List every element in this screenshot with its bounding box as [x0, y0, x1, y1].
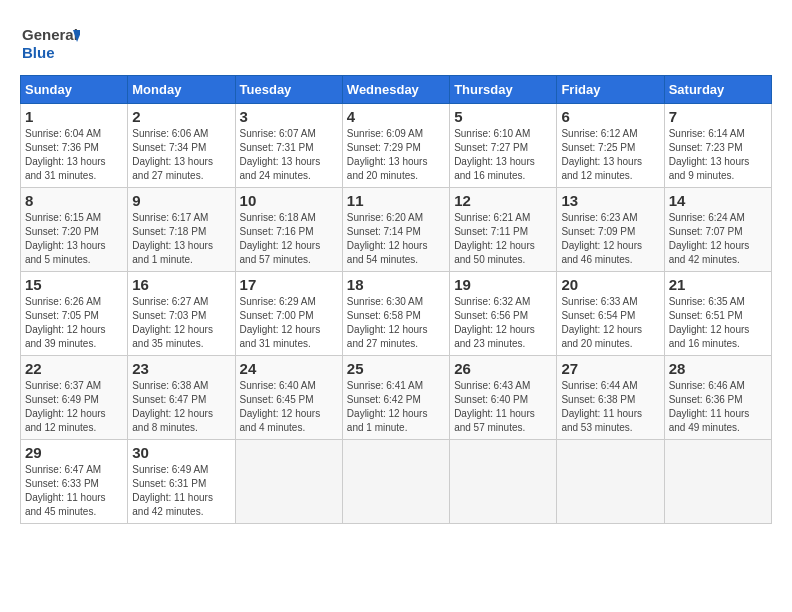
day-number: 27: [561, 360, 659, 377]
day-number: 26: [454, 360, 552, 377]
day-info: Sunrise: 6:21 AM Sunset: 7:11 PM Dayligh…: [454, 211, 552, 267]
calendar-cell: 12 Sunrise: 6:21 AM Sunset: 7:11 PM Dayl…: [450, 188, 557, 272]
day-number: 3: [240, 108, 338, 125]
day-number: 14: [669, 192, 767, 209]
calendar-cell: [450, 440, 557, 524]
calendar-week-5: 29 Sunrise: 6:47 AM Sunset: 6:33 PM Dayl…: [21, 440, 772, 524]
calendar-cell: 23 Sunrise: 6:38 AM Sunset: 6:47 PM Dayl…: [128, 356, 235, 440]
day-info: Sunrise: 6:15 AM Sunset: 7:20 PM Dayligh…: [25, 211, 123, 267]
calendar-cell: 16 Sunrise: 6:27 AM Sunset: 7:03 PM Dayl…: [128, 272, 235, 356]
day-number: 25: [347, 360, 445, 377]
calendar-cell: 6 Sunrise: 6:12 AM Sunset: 7:25 PM Dayli…: [557, 104, 664, 188]
day-info: Sunrise: 6:06 AM Sunset: 7:34 PM Dayligh…: [132, 127, 230, 183]
day-number: 24: [240, 360, 338, 377]
day-info: Sunrise: 6:17 AM Sunset: 7:18 PM Dayligh…: [132, 211, 230, 267]
day-info: Sunrise: 6:04 AM Sunset: 7:36 PM Dayligh…: [25, 127, 123, 183]
day-info: Sunrise: 6:40 AM Sunset: 6:45 PM Dayligh…: [240, 379, 338, 435]
calendar-cell: 30 Sunrise: 6:49 AM Sunset: 6:31 PM Dayl…: [128, 440, 235, 524]
day-info: Sunrise: 6:10 AM Sunset: 7:27 PM Dayligh…: [454, 127, 552, 183]
calendar-cell: 17 Sunrise: 6:29 AM Sunset: 7:00 PM Dayl…: [235, 272, 342, 356]
day-number: 28: [669, 360, 767, 377]
calendar-cell: [235, 440, 342, 524]
calendar-cell: 18 Sunrise: 6:30 AM Sunset: 6:58 PM Dayl…: [342, 272, 449, 356]
calendar-cell: 19 Sunrise: 6:32 AM Sunset: 6:56 PM Dayl…: [450, 272, 557, 356]
day-number: 1: [25, 108, 123, 125]
calendar-cell: [342, 440, 449, 524]
calendar-cell: 15 Sunrise: 6:26 AM Sunset: 7:05 PM Dayl…: [21, 272, 128, 356]
day-info: Sunrise: 6:07 AM Sunset: 7:31 PM Dayligh…: [240, 127, 338, 183]
calendar-cell: 25 Sunrise: 6:41 AM Sunset: 6:42 PM Dayl…: [342, 356, 449, 440]
day-info: Sunrise: 6:49 AM Sunset: 6:31 PM Dayligh…: [132, 463, 230, 519]
svg-text:General: General: [22, 26, 78, 43]
day-info: Sunrise: 6:23 AM Sunset: 7:09 PM Dayligh…: [561, 211, 659, 267]
weekday-header-friday: Friday: [557, 76, 664, 104]
day-number: 5: [454, 108, 552, 125]
day-number: 8: [25, 192, 123, 209]
day-info: Sunrise: 6:32 AM Sunset: 6:56 PM Dayligh…: [454, 295, 552, 351]
day-number: 15: [25, 276, 123, 293]
day-number: 11: [347, 192, 445, 209]
page-header: General Blue: [20, 20, 772, 65]
weekday-header-sunday: Sunday: [21, 76, 128, 104]
day-info: Sunrise: 6:20 AM Sunset: 7:14 PM Dayligh…: [347, 211, 445, 267]
weekday-header-thursday: Thursday: [450, 76, 557, 104]
day-info: Sunrise: 6:18 AM Sunset: 7:16 PM Dayligh…: [240, 211, 338, 267]
calendar-cell: 29 Sunrise: 6:47 AM Sunset: 6:33 PM Dayl…: [21, 440, 128, 524]
day-info: Sunrise: 6:46 AM Sunset: 6:36 PM Dayligh…: [669, 379, 767, 435]
calendar-cell: 14 Sunrise: 6:24 AM Sunset: 7:07 PM Dayl…: [664, 188, 771, 272]
day-info: Sunrise: 6:29 AM Sunset: 7:00 PM Dayligh…: [240, 295, 338, 351]
day-number: 2: [132, 108, 230, 125]
day-info: Sunrise: 6:37 AM Sunset: 6:49 PM Dayligh…: [25, 379, 123, 435]
day-number: 23: [132, 360, 230, 377]
calendar-cell: 20 Sunrise: 6:33 AM Sunset: 6:54 PM Dayl…: [557, 272, 664, 356]
day-number: 6: [561, 108, 659, 125]
calendar-week-3: 15 Sunrise: 6:26 AM Sunset: 7:05 PM Dayl…: [21, 272, 772, 356]
day-number: 4: [347, 108, 445, 125]
weekday-header-tuesday: Tuesday: [235, 76, 342, 104]
calendar-week-2: 8 Sunrise: 6:15 AM Sunset: 7:20 PM Dayli…: [21, 188, 772, 272]
weekday-header-wednesday: Wednesday: [342, 76, 449, 104]
day-number: 29: [25, 444, 123, 461]
day-info: Sunrise: 6:47 AM Sunset: 6:33 PM Dayligh…: [25, 463, 123, 519]
day-info: Sunrise: 6:09 AM Sunset: 7:29 PM Dayligh…: [347, 127, 445, 183]
day-info: Sunrise: 6:41 AM Sunset: 6:42 PM Dayligh…: [347, 379, 445, 435]
day-number: 13: [561, 192, 659, 209]
calendar-week-4: 22 Sunrise: 6:37 AM Sunset: 6:49 PM Dayl…: [21, 356, 772, 440]
calendar-cell: 26 Sunrise: 6:43 AM Sunset: 6:40 PM Dayl…: [450, 356, 557, 440]
day-info: Sunrise: 6:27 AM Sunset: 7:03 PM Dayligh…: [132, 295, 230, 351]
calendar-week-1: 1 Sunrise: 6:04 AM Sunset: 7:36 PM Dayli…: [21, 104, 772, 188]
calendar-cell: [557, 440, 664, 524]
day-number: 9: [132, 192, 230, 209]
calendar-cell: 9 Sunrise: 6:17 AM Sunset: 7:18 PM Dayli…: [128, 188, 235, 272]
day-info: Sunrise: 6:30 AM Sunset: 6:58 PM Dayligh…: [347, 295, 445, 351]
logo: General Blue: [20, 20, 80, 65]
calendar-cell: 8 Sunrise: 6:15 AM Sunset: 7:20 PM Dayli…: [21, 188, 128, 272]
day-number: 20: [561, 276, 659, 293]
calendar-cell: 10 Sunrise: 6:18 AM Sunset: 7:16 PM Dayl…: [235, 188, 342, 272]
calendar-cell: 7 Sunrise: 6:14 AM Sunset: 7:23 PM Dayli…: [664, 104, 771, 188]
logo-svg: General Blue: [20, 20, 80, 65]
day-info: Sunrise: 6:33 AM Sunset: 6:54 PM Dayligh…: [561, 295, 659, 351]
svg-text:Blue: Blue: [22, 44, 55, 61]
day-info: Sunrise: 6:38 AM Sunset: 6:47 PM Dayligh…: [132, 379, 230, 435]
day-number: 7: [669, 108, 767, 125]
day-number: 12: [454, 192, 552, 209]
calendar-cell: 4 Sunrise: 6:09 AM Sunset: 7:29 PM Dayli…: [342, 104, 449, 188]
day-number: 21: [669, 276, 767, 293]
day-info: Sunrise: 6:44 AM Sunset: 6:38 PM Dayligh…: [561, 379, 659, 435]
day-number: 18: [347, 276, 445, 293]
weekday-header-saturday: Saturday: [664, 76, 771, 104]
day-number: 19: [454, 276, 552, 293]
calendar-cell: 3 Sunrise: 6:07 AM Sunset: 7:31 PM Dayli…: [235, 104, 342, 188]
day-info: Sunrise: 6:43 AM Sunset: 6:40 PM Dayligh…: [454, 379, 552, 435]
day-info: Sunrise: 6:26 AM Sunset: 7:05 PM Dayligh…: [25, 295, 123, 351]
calendar-cell: 21 Sunrise: 6:35 AM Sunset: 6:51 PM Dayl…: [664, 272, 771, 356]
calendar-cell: 24 Sunrise: 6:40 AM Sunset: 6:45 PM Dayl…: [235, 356, 342, 440]
day-number: 30: [132, 444, 230, 461]
calendar-cell: 13 Sunrise: 6:23 AM Sunset: 7:09 PM Dayl…: [557, 188, 664, 272]
day-number: 16: [132, 276, 230, 293]
calendar-cell: 27 Sunrise: 6:44 AM Sunset: 6:38 PM Dayl…: [557, 356, 664, 440]
calendar-cell: [664, 440, 771, 524]
calendar-cell: 28 Sunrise: 6:46 AM Sunset: 6:36 PM Dayl…: [664, 356, 771, 440]
calendar-cell: 1 Sunrise: 6:04 AM Sunset: 7:36 PM Dayli…: [21, 104, 128, 188]
